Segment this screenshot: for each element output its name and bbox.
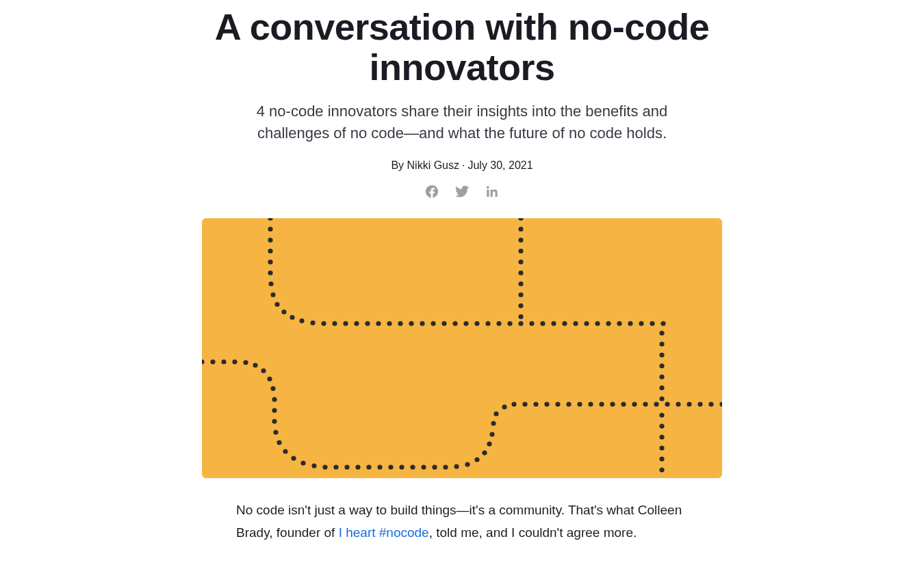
svg-point-106 [643, 402, 647, 406]
svg-point-66 [272, 419, 277, 423]
svg-point-89 [487, 441, 491, 446]
svg-point-31 [518, 321, 523, 326]
svg-point-79 [388, 464, 393, 469]
svg-point-0 [268, 218, 272, 221]
byline-separator: · [462, 159, 465, 171]
svg-point-65 [272, 408, 277, 412]
svg-point-38 [595, 321, 600, 326]
svg-point-74 [333, 464, 338, 469]
linkedin-icon[interactable] [485, 184, 500, 199]
svg-point-78 [377, 464, 382, 469]
svg-point-23 [431, 321, 435, 326]
share-row [14, 184, 910, 199]
svg-point-80 [399, 464, 404, 469]
svg-point-119 [659, 385, 664, 390]
byline-prefix: By [391, 159, 407, 171]
svg-point-111 [697, 402, 702, 406]
svg-point-11 [299, 318, 304, 323]
svg-point-37 [584, 321, 589, 326]
svg-point-15 [343, 321, 348, 326]
svg-point-95 [522, 402, 527, 406]
svg-point-70 [291, 456, 296, 460]
svg-point-64 [272, 397, 277, 402]
svg-point-40 [617, 321, 621, 326]
svg-point-49 [518, 259, 523, 264]
svg-point-48 [518, 248, 523, 253]
svg-point-90 [489, 432, 494, 436]
svg-point-96 [533, 402, 538, 406]
svg-point-97 [544, 402, 549, 406]
svg-point-4 [268, 259, 272, 264]
byline: By Nikki Gusz·July 30, 2021 [14, 159, 910, 172]
svg-point-44 [660, 321, 665, 326]
svg-point-93 [502, 404, 506, 409]
svg-point-16 [354, 321, 359, 326]
svg-point-61 [261, 368, 266, 373]
svg-point-5 [268, 270, 272, 275]
svg-point-117 [659, 363, 664, 368]
svg-point-122 [659, 423, 664, 428]
svg-point-75 [344, 464, 349, 469]
svg-point-53 [518, 303, 523, 308]
svg-point-39 [606, 321, 611, 326]
svg-point-12 [310, 320, 315, 325]
article-body: No code isn't just a way to build things… [222, 499, 702, 565]
facebook-icon[interactable] [424, 184, 439, 199]
svg-point-50 [518, 270, 523, 275]
svg-point-84 [443, 464, 448, 469]
svg-point-71 [300, 460, 305, 465]
publish-date: July 30, 2021 [467, 159, 532, 171]
svg-point-82 [421, 464, 426, 469]
svg-point-76 [355, 464, 360, 469]
svg-point-73 [322, 464, 327, 469]
svg-point-30 [507, 321, 512, 326]
svg-point-17 [365, 321, 370, 326]
svg-point-62 [267, 376, 272, 381]
svg-point-1 [268, 226, 272, 231]
svg-point-60 [253, 363, 257, 367]
svg-point-101 [588, 402, 593, 406]
svg-point-3 [268, 248, 272, 253]
svg-point-116 [659, 352, 664, 357]
twitter-icon[interactable] [454, 184, 470, 199]
svg-point-67 [273, 430, 278, 434]
svg-point-34 [551, 321, 556, 326]
link-i-heart-nocode[interactable]: I heart #nocode [339, 525, 429, 540]
svg-point-115 [659, 341, 664, 346]
svg-point-25 [452, 321, 457, 326]
svg-point-43 [650, 321, 654, 326]
svg-point-105 [632, 402, 637, 406]
svg-point-36 [573, 321, 578, 326]
author-name: Nikki Gusz [407, 159, 459, 171]
svg-point-91 [491, 421, 496, 425]
svg-point-6 [268, 281, 273, 286]
svg-point-13 [321, 321, 326, 326]
svg-point-110 [686, 402, 691, 406]
svg-point-104 [621, 402, 626, 406]
svg-point-28 [485, 321, 490, 326]
svg-point-46 [518, 226, 523, 231]
svg-point-99 [566, 402, 571, 406]
svg-point-42 [639, 321, 643, 326]
svg-point-10 [290, 315, 294, 319]
svg-point-7 [270, 292, 275, 297]
svg-point-27 [474, 321, 479, 326]
svg-point-92 [493, 411, 498, 416]
svg-point-87 [474, 457, 479, 462]
svg-point-32 [529, 321, 534, 326]
p1-text-b: , told me, and I couldn't agree more. [429, 525, 637, 540]
svg-point-29 [496, 321, 501, 326]
svg-point-100 [577, 402, 582, 406]
paragraph-1: No code isn't just a way to build things… [236, 499, 688, 544]
svg-point-126 [659, 467, 664, 472]
svg-point-52 [518, 292, 523, 297]
article-subtitle: 4 no-code innovators share their insight… [222, 101, 702, 144]
svg-point-18 [376, 321, 381, 326]
svg-point-14 [332, 321, 337, 326]
svg-point-33 [540, 321, 545, 326]
svg-point-68 [277, 440, 281, 445]
svg-point-121 [659, 412, 664, 417]
svg-point-54 [518, 314, 523, 319]
svg-point-86 [465, 462, 470, 467]
svg-point-120 [659, 396, 664, 401]
